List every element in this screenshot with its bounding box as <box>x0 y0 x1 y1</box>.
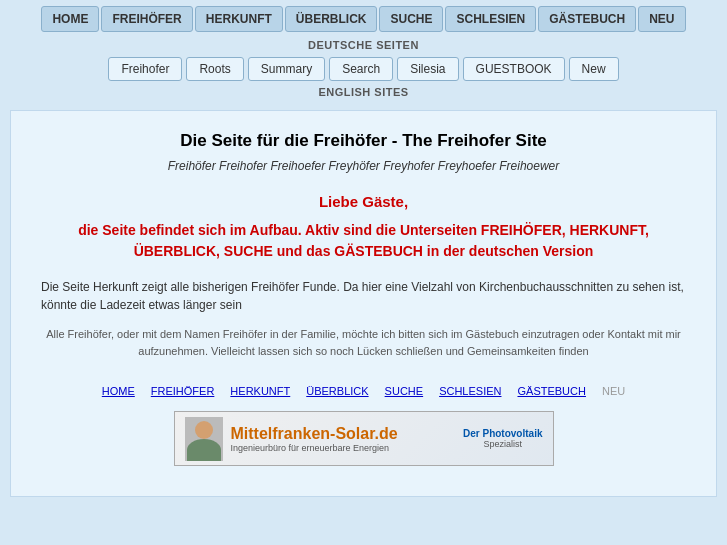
sub-nav-item-silesia[interactable]: Silesia <box>397 57 458 81</box>
top-nav-item-suche[interactable]: SUCHE <box>379 6 443 32</box>
main-content: Die Seite für die Freihöfer - The Freiho… <box>10 110 717 497</box>
bottom-nav-link-gaestebuch[interactable]: GÄSTEBUCH <box>517 385 585 397</box>
banner-right-text: Der Photovoltaik Spezialist <box>463 428 542 449</box>
top-nav-item-herkunft[interactable]: HERKUNFT <box>195 6 283 32</box>
banner-sub-text: Ingenieurbüro für erneuerbare Energien <box>231 443 398 453</box>
top-nav-item-freihofer[interactable]: FREIHÖFER <box>101 6 192 32</box>
bottom-nav-link-freihofer[interactable]: FREIHÖFER <box>151 385 215 397</box>
sub-nav-item-roots[interactable]: Roots <box>186 57 243 81</box>
bottom-nav-disabled-neu: NEU <box>602 385 625 397</box>
german-section-label: DEUTSCHE SEITEN <box>0 36 727 53</box>
english-section-label: ENGLISH SITES <box>0 83 727 100</box>
banner-right-bottom: Spezialist <box>463 439 542 449</box>
bottom-navigation: HOMEFREIHÖFERHERKUNFTÜBERBLICKSUCHESCHLE… <box>41 377 686 403</box>
contact-invitation: Alle Freihöfer, oder mit dem Namen Freih… <box>41 326 686 359</box>
sub-nav-item-new[interactable]: New <box>569 57 619 81</box>
bottom-nav-link-schlesien[interactable]: SCHLESIEN <box>439 385 501 397</box>
page-title: Die Seite für die Freihöfer - The Freiho… <box>41 131 686 151</box>
subtitle: Freihöfer Freihofer Freihoefer Freyhöfer… <box>41 159 686 173</box>
construction-notice: die Seite befindet sich im Aufbau. Aktiv… <box>41 220 686 262</box>
sub-nav-item-summary[interactable]: Summary <box>248 57 325 81</box>
top-nav-item-neu[interactable]: NEU <box>638 6 685 32</box>
sub-nav-item-freihofer-en[interactable]: Freihofer <box>108 57 182 81</box>
top-nav-item-home[interactable]: HOME <box>41 6 99 32</box>
bottom-nav-link-home[interactable]: HOME <box>102 385 135 397</box>
banner-person-icon <box>185 417 223 461</box>
sub-nav-item-search[interactable]: Search <box>329 57 393 81</box>
top-nav-item-ueberblick[interactable]: ÜBERBLICK <box>285 6 378 32</box>
banner-area: Mittelfranken-Solar.de Ingenieurbüro für… <box>41 403 686 476</box>
description-text: Die Seite Herkunft zeigt alle bisherigen… <box>41 278 686 314</box>
top-nav-item-schlesien[interactable]: SCHLESIEN <box>445 6 536 32</box>
bottom-nav-link-suche[interactable]: SUCHE <box>385 385 424 397</box>
advertisement-banner[interactable]: Mittelfranken-Solar.de Ingenieurbüro für… <box>174 411 554 466</box>
top-nav-item-gaestebuch[interactable]: GÄSTEBUCH <box>538 6 636 32</box>
sub-nav-item-guestbook[interactable]: GUESTBOOK <box>463 57 565 81</box>
bottom-nav-link-ueberblick[interactable]: ÜBERBLICK <box>306 385 368 397</box>
greeting: Liebe Gäste, <box>41 193 686 210</box>
banner-right-top: Der Photovoltaik <box>463 428 542 439</box>
sub-navigation: FreihoferRootsSummarySearchSilesiaGUESTB… <box>0 53 727 83</box>
bottom-nav-link-herkunft[interactable]: HERKUNFT <box>230 385 290 397</box>
top-navigation: HOMEFREIHÖFERHERKUNFTÜBERBLICKSUCHESCHLE… <box>0 0 727 36</box>
banner-main-text: Mittelfranken-Solar.de <box>231 425 398 443</box>
banner-text: Mittelfranken-Solar.de Ingenieurbüro für… <box>231 425 398 453</box>
